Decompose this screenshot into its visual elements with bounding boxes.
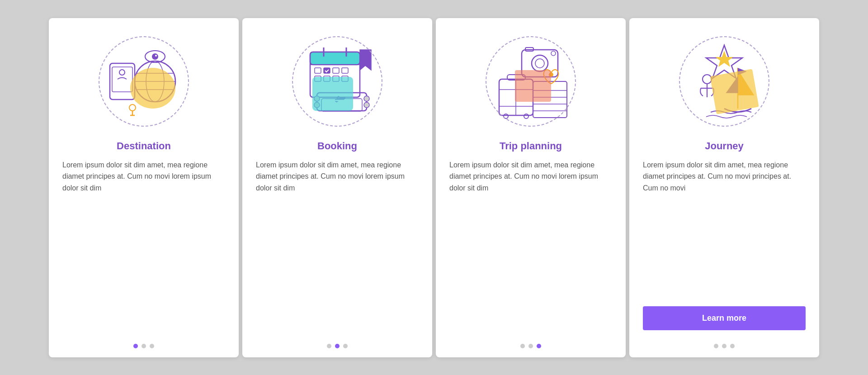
dot-j-2 (722, 344, 726, 348)
dot-j-3 (730, 344, 735, 348)
accent-coral-1 (515, 70, 551, 102)
trip-planning-icon-area (481, 32, 580, 131)
card-trip-planning: Trip planning Lorem ipsum dolor sit dim … (436, 18, 626, 357)
journey-text: Lorem ipsum dolor sit dim amet, mea regi… (643, 159, 806, 297)
journey-dots (714, 339, 735, 348)
dot-b-1 (327, 344, 331, 348)
destination-icon-area (94, 32, 193, 131)
accent-yellow-1 (130, 68, 175, 109)
dot-t-2 (528, 344, 533, 348)
booking-text: Lorem ipsum dolor sit dim amet, mea regi… (256, 159, 419, 330)
trip-planning-title: Trip planning (500, 140, 562, 152)
dot-b-3 (343, 344, 348, 348)
dot-2 (142, 344, 146, 348)
booking-title: Booking (317, 140, 357, 152)
trip-planning-dots (449, 339, 612, 348)
destination-text: Lorem ipsum dolor sit dim amet, mea regi… (62, 159, 225, 330)
card-destination: Destination Lorem ipsum dolor sit dim am… (49, 18, 239, 357)
dot-1 (133, 344, 138, 348)
accent-yellow-4 (710, 69, 759, 114)
dot-t-1 (520, 344, 525, 348)
dot-b-2 (335, 344, 340, 348)
destination-title: Destination (117, 140, 171, 152)
learn-more-button[interactable]: Learn more (643, 306, 806, 330)
cards-container: Destination Lorem ipsum dolor sit dim am… (35, 5, 833, 371)
dot-j-1 (714, 344, 718, 348)
accent-teal-1 (312, 77, 353, 111)
journey-icon-area (675, 32, 774, 131)
booking-icon-area (288, 32, 387, 131)
trip-planning-text: Lorem ipsum dolor sit dim amet, mea regi… (449, 159, 612, 330)
booking-dots (256, 339, 419, 348)
dot-t-3 (537, 344, 541, 348)
destination-dots (62, 339, 225, 348)
journey-title: Journey (705, 140, 744, 152)
dot-3 (150, 344, 154, 348)
card-booking: Booking Lorem ipsum dolor sit dim amet, … (242, 18, 432, 357)
card-journey: Journey Lorem ipsum dolor sit dim amet, … (629, 18, 819, 357)
